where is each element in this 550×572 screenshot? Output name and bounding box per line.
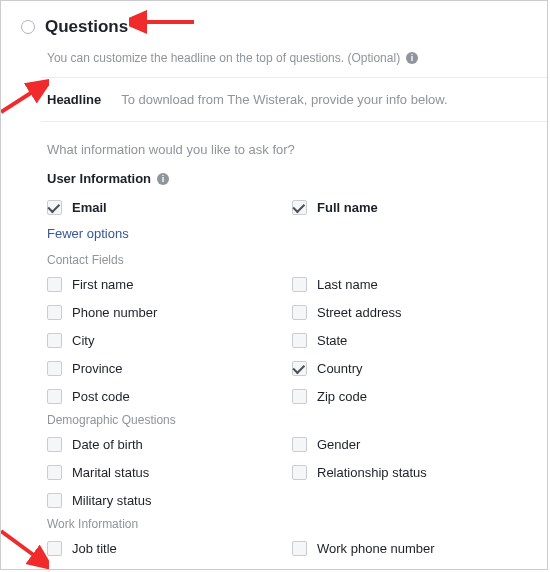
checkbox-option[interactable]: Gender: [292, 433, 527, 455]
checkbox-label: Marital status: [72, 465, 149, 480]
checkbox[interactable]: [292, 277, 307, 292]
info-icon[interactable]: i: [406, 52, 418, 64]
checkbox[interactable]: [292, 437, 307, 452]
checkbox-label: Last name: [317, 277, 378, 292]
checkbox[interactable]: [47, 465, 62, 480]
info-icon[interactable]: i: [157, 173, 169, 185]
checkbox-option[interactable]: Country: [292, 357, 527, 379]
checkbox[interactable]: [47, 569, 62, 571]
headline-input[interactable]: [113, 78, 547, 121]
checkbox-label: Military status: [72, 493, 151, 508]
checkbox-label: Work phone number: [317, 541, 435, 556]
checkbox-option[interactable]: Zip code: [292, 385, 527, 407]
checkbox-label: State: [317, 333, 347, 348]
checkbox-option[interactable]: Last name: [292, 273, 527, 295]
checkbox[interactable]: [292, 361, 307, 376]
checkbox-label: City: [72, 333, 94, 348]
checkbox-option[interactable]: Work email: [47, 565, 282, 570]
checkbox-option[interactable]: Relationship status: [292, 461, 527, 483]
checkbox-label: Relationship status: [317, 465, 427, 480]
checkbox-option[interactable]: Marital status: [47, 461, 282, 483]
checkbox[interactable]: [47, 541, 62, 556]
checkbox[interactable]: [292, 333, 307, 348]
checkbox[interactable]: [292, 389, 307, 404]
checkbox-label: Zip code: [317, 389, 367, 404]
checkbox-label: Post code: [72, 389, 130, 404]
checkbox-label: Province: [72, 361, 123, 376]
questions-radio[interactable]: [21, 20, 35, 34]
checkbox-label: Full name: [317, 200, 378, 215]
headline-label: Headline: [41, 78, 113, 121]
checkbox[interactable]: [47, 333, 62, 348]
checkbox[interactable]: [47, 437, 62, 452]
checkbox-option[interactable]: Date of birth: [47, 433, 282, 455]
checkbox-label: Phone number: [72, 305, 157, 320]
checkbox-option[interactable]: Job title: [47, 537, 282, 559]
checkbox-option[interactable]: First name: [47, 273, 282, 295]
checkbox-option[interactable]: Phone number: [47, 301, 282, 323]
checkbox-label: Country: [317, 361, 363, 376]
checkbox-label: Date of birth: [72, 437, 143, 452]
checkbox-option[interactable]: Street address: [292, 301, 527, 323]
group-heading: Work Information: [1, 511, 547, 537]
checkbox[interactable]: [47, 389, 62, 404]
checkbox[interactable]: [292, 465, 307, 480]
checkbox-label: Street address: [317, 305, 402, 320]
checkbox-label: First name: [72, 277, 133, 292]
group-heading: Demographic Questions: [1, 407, 547, 433]
section-title: Questions: [45, 17, 128, 37]
headline-row: Headline: [41, 77, 547, 122]
checkbox[interactable]: [292, 200, 307, 215]
checkbox-option[interactable]: Province: [47, 357, 282, 379]
checkbox-option[interactable]: State: [292, 329, 527, 351]
checkbox[interactable]: [47, 493, 62, 508]
user-info-heading: User Information: [47, 171, 151, 186]
checkbox[interactable]: [47, 305, 62, 320]
checkbox[interactable]: [292, 541, 307, 556]
checkbox-label: Work email: [72, 569, 137, 571]
checkbox-label: Gender: [317, 437, 360, 452]
checkbox-label: Company name: [317, 569, 409, 571]
checkbox-option[interactable]: Military status: [47, 489, 282, 511]
checkbox-option[interactable]: Post code: [47, 385, 282, 407]
checkbox-option[interactable]: Work phone number: [292, 537, 527, 559]
checkbox-option[interactable]: City: [47, 329, 282, 351]
ask-for-label: What information would you like to ask f…: [1, 122, 547, 171]
checkbox[interactable]: [292, 569, 307, 571]
checkbox-label: Email: [72, 200, 107, 215]
checkbox-option[interactable]: Company name: [292, 565, 527, 570]
checkbox[interactable]: [47, 277, 62, 292]
fewer-options-link[interactable]: Fewer options: [1, 218, 547, 247]
checkbox[interactable]: [292, 305, 307, 320]
checkbox-option[interactable]: Email: [47, 196, 282, 218]
checkbox[interactable]: [47, 361, 62, 376]
group-heading: Contact Fields: [1, 247, 547, 273]
checkbox-label: Job title: [72, 541, 117, 556]
checkbox-option[interactable]: Full name: [292, 196, 527, 218]
section-subtitle: You can customize the headline on the to…: [47, 51, 400, 65]
checkbox[interactable]: [47, 200, 62, 215]
